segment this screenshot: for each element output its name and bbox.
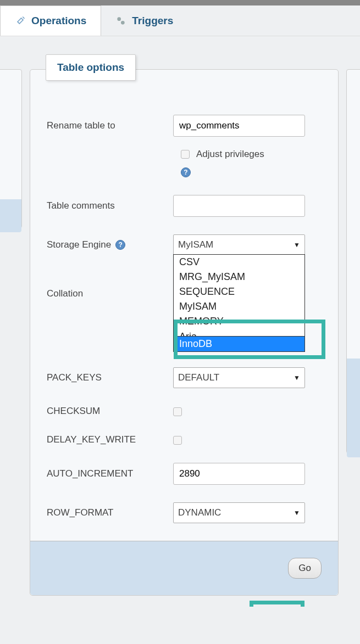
chevron-down-icon: ▼ <box>293 241 300 249</box>
table-options-panel: Table options Rename table to Adjust pri… <box>30 69 339 596</box>
field-storage-engine: Storage Engine ? MyISAM ▼ CSV MRG_MyISAM… <box>47 234 322 255</box>
comments-input[interactable] <box>173 195 305 217</box>
adjust-privileges-label: Adjust privileges <box>196 149 264 160</box>
auto-increment-label: AUTO_INCREMENT <box>47 468 173 479</box>
field-rename: Rename table to <box>47 115 322 137</box>
tab-triggers[interactable]: Triggers <box>101 5 187 36</box>
pack-keys-label: PACK_KEYS <box>47 372 173 383</box>
field-auto-increment: AUTO_INCREMENT <box>47 463 322 485</box>
delay-key-write-checkbox[interactable] <box>173 436 182 445</box>
checksum-label: CHECKSUM <box>47 406 173 417</box>
storage-engine-label: Storage Engine ? <box>47 239 173 250</box>
engine-option-aria[interactable]: Aria <box>174 329 304 337</box>
tab-operations-label: Operations <box>31 15 86 27</box>
adjacent-panel-right <box>346 69 360 453</box>
chevron-down-icon: ▼ <box>293 374 300 382</box>
storage-engine-value: MyISAM <box>178 239 213 250</box>
field-pack-keys: PACK_KEYS DEFAULT ▼ <box>47 367 322 388</box>
field-row-format: ROW_FORMAT DYNAMIC ▼ <box>47 502 322 523</box>
collation-label: Collation <box>47 288 173 299</box>
wrench-icon <box>15 15 26 26</box>
rename-label: Rename table to <box>47 120 173 131</box>
engine-option-memory[interactable]: MEMORY <box>174 314 304 329</box>
panel-title-wrap: Table options <box>46 54 136 81</box>
engine-option-myisam[interactable]: MyISAM <box>174 299 304 314</box>
pack-keys-value: DEFAULT <box>178 372 219 383</box>
row-format-select[interactable]: DYNAMIC ▼ <box>173 502 305 523</box>
delay-key-write-label: DELAY_KEY_WRITE <box>47 434 173 445</box>
svg-point-0 <box>118 17 121 21</box>
tab-bar: Operations Triggers <box>0 5 360 36</box>
row-format-value: DYNAMIC <box>178 507 221 518</box>
annotation-highlight-go <box>250 601 304 607</box>
adjacent-panel-left <box>0 69 22 228</box>
engine-option-innodb[interactable]: InnoDB <box>174 337 304 351</box>
tab-triggers-label: Triggers <box>132 15 173 27</box>
storage-engine-dropdown: CSV MRG_MyISAM SEQUENCE MyISAM MEMORY Ar… <box>173 254 305 352</box>
row-format-label: ROW_FORMAT <box>47 507 173 518</box>
go-button[interactable]: Go <box>288 558 322 579</box>
adjust-privileges-row: Adjust privileges <box>181 149 322 160</box>
comments-label: Table comments <box>47 200 173 211</box>
rename-input[interactable] <box>173 115 305 137</box>
svg-point-1 <box>121 21 125 25</box>
checksum-checkbox[interactable] <box>173 407 182 416</box>
chevron-down-icon: ▼ <box>293 509 300 517</box>
pack-keys-select[interactable]: DEFAULT ▼ <box>173 367 305 388</box>
panel-title: Table options <box>46 54 136 81</box>
tab-operations[interactable]: Operations <box>0 5 101 36</box>
gears-icon <box>115 15 126 26</box>
help-icon[interactable]: ? <box>181 167 191 177</box>
field-delay-key-write: DELAY_KEY_WRITE <box>47 434 322 445</box>
engine-option-csv[interactable]: CSV <box>174 255 304 270</box>
storage-engine-select[interactable]: MyISAM ▼ <box>173 234 305 255</box>
adjust-privileges-checkbox[interactable] <box>181 150 190 159</box>
content-area: Table options Rename table to Adjust pri… <box>0 36 360 607</box>
window-top-bar <box>0 0 360 5</box>
engine-option-sequence[interactable]: SEQUENCE <box>174 284 304 299</box>
engine-option-mrg-myisam[interactable]: MRG_MyISAM <box>174 270 304 284</box>
field-checksum: CHECKSUM <box>47 406 322 417</box>
help-icon[interactable]: ? <box>115 240 125 250</box>
auto-increment-input[interactable] <box>173 463 305 485</box>
panel-footer: Go <box>30 541 338 595</box>
field-comments: Table comments <box>47 195 322 217</box>
